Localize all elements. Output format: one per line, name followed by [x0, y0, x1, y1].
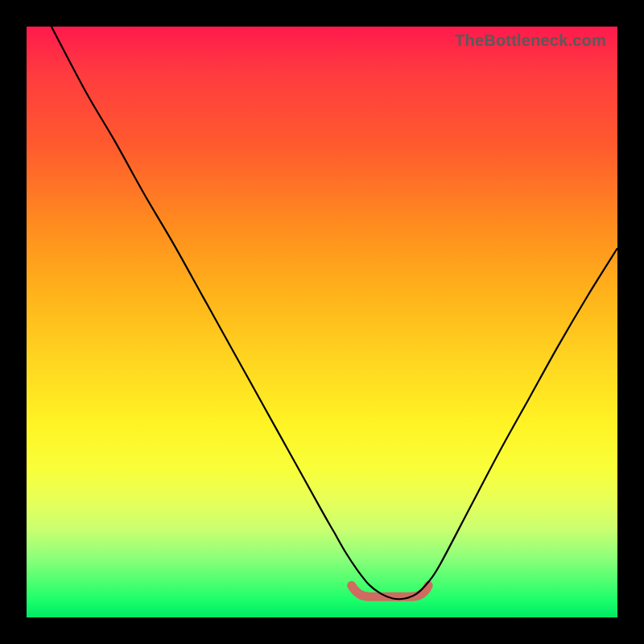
floor-highlight [352, 585, 428, 597]
plot-area: TheBottleneck.com [27, 27, 617, 617]
curve-layer [27, 27, 617, 617]
bottleneck-curve-path [52, 27, 617, 599]
chart-frame: TheBottleneck.com [0, 0, 644, 644]
